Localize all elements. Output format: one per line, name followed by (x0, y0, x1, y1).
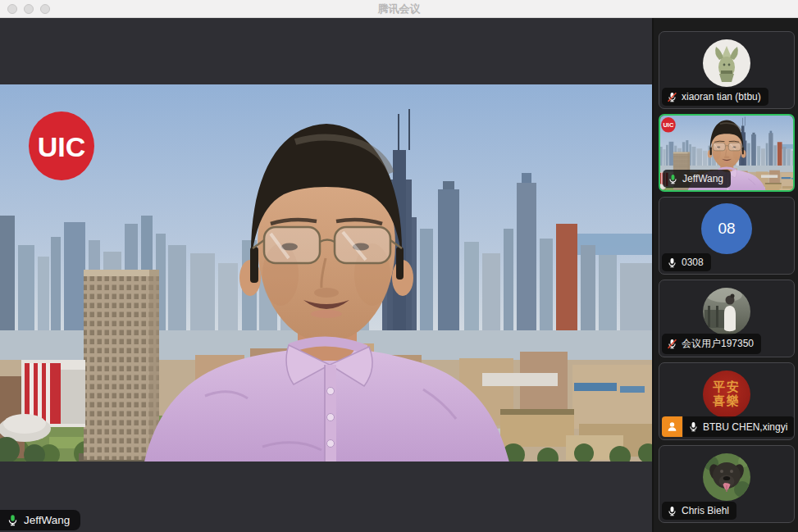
avatar (703, 453, 750, 501)
window-title: 腾讯会议 (0, 2, 798, 16)
svg-text:UIC: UIC (38, 131, 86, 162)
avatar-initials: 08 (718, 220, 735, 238)
participant-name: Chris Biehl (682, 505, 729, 516)
main-video-area[interactable]: UIC JeffWang (0, 18, 652, 532)
participant-tile-xiaoran-tian[interactable]: xiaoran tian (btbu) (659, 31, 795, 109)
minimize-button[interactable] (24, 4, 34, 14)
uic-logo: UIC (29, 111, 94, 180)
avatar-text-line2: 喜樂 (713, 394, 741, 408)
participant-tile-jeffwang[interactable]: JeffWang (659, 114, 795, 192)
participant-name: 会议用户197350 (682, 337, 754, 351)
mic-icon (667, 506, 677, 516)
main-speaker-label: JeffWang (0, 510, 80, 530)
avatar: 08 (701, 203, 752, 254)
participant-tile-btbu-chen[interactable]: 平安 喜樂 (659, 362, 795, 440)
avatar: 平安 喜樂 (703, 371, 750, 418)
muted-mic-icon (667, 92, 677, 102)
close-button[interactable] (7, 4, 17, 14)
main-video-feed[interactable]: UIC (0, 84, 652, 462)
participant-tile-0308[interactable]: 08 0308 (659, 197, 795, 275)
photo-person-avatar (703, 288, 750, 335)
avatar (703, 39, 750, 87)
main-speaker-name: JeffWang (24, 514, 70, 526)
participant-name: xiaoran tian (btbu) (682, 91, 761, 102)
titlebar: 腾讯会议 (0, 0, 798, 18)
muted-mic-icon (667, 339, 677, 349)
user-badge-icon (662, 416, 682, 437)
active-mic-icon (7, 514, 19, 526)
participant-name: BTBU CHEN,xingyi (703, 421, 787, 433)
participants-sidebar: xiaoran tian (btbu) JeffWa (652, 18, 798, 532)
mic-icon (667, 257, 677, 268)
participant-name: JeffWang (682, 173, 723, 184)
active-mic-icon (668, 174, 678, 184)
avatar-text-line1: 平安 (713, 380, 741, 394)
avatar (703, 288, 750, 335)
zoom-button[interactable] (40, 4, 50, 14)
participant-name: 0308 (682, 257, 704, 268)
participant-tile-chris-biehl[interactable]: Chris Biehl (659, 445, 795, 523)
dog-photo-avatar (703, 453, 750, 501)
participant-tile-meeting-user[interactable]: 会议用户197350 (659, 280, 795, 357)
mic-icon (688, 421, 699, 432)
plant-character-avatar (703, 39, 750, 87)
meeting-window: 腾讯会议 (0, 0, 798, 532)
